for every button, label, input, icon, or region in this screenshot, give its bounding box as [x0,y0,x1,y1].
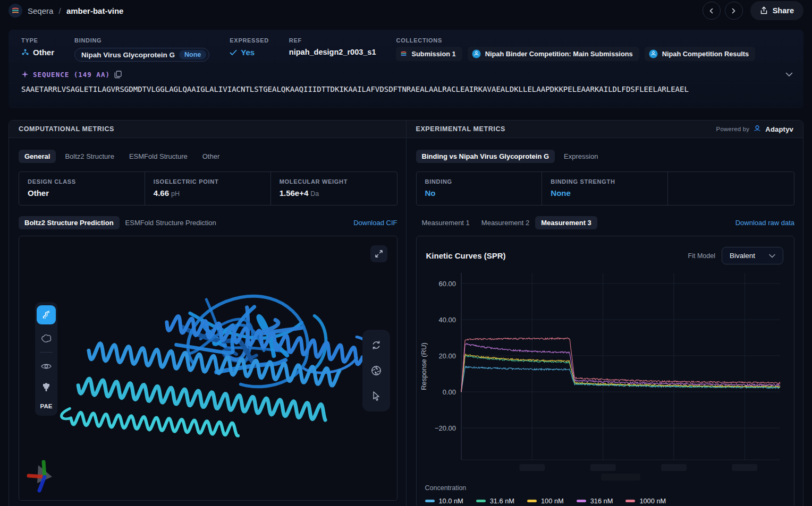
experimental-header: EXPERIMENTAL METRICS Powered by Adaptyv [407,121,803,138]
field-expressed: EXPRESSED Yes [230,37,269,57]
paintbrush-icon [41,382,52,392]
legend-item[interactable]: 316 nM [577,497,613,505]
experimental-tabs: Binding vs Nipah Virus Glycoprotein G Ex… [416,150,795,163]
breadcrumb-brand[interactable]: Seqera [28,6,53,15]
share-button[interactable]: Share [750,1,803,20]
experimental-metrics-box: BINDING No BINDING STRENGTH None [416,171,795,205]
pae-button[interactable]: PAE [40,403,53,409]
tab-esmfold-structure[interactable]: ESMFold Structure [123,150,193,163]
adaptyv-brand[interactable]: Adaptyv [765,125,793,133]
sequence-value[interactable]: SAAETARRLVSAGLETILAGVRSGDMDTVLGGLAGLQAAI… [21,85,794,93]
metric-label: DESIGN CLASS [28,178,136,185]
prev-button[interactable] [703,2,721,20]
powered-by: Powered by Adaptyv [716,125,793,133]
legend-item[interactable]: 31.6 nM [476,497,514,505]
measurement-tabs: Measurement 1 Measurement 2 Measurement … [416,216,795,229]
metric-binding-strength: BINDING STRENGTH None [542,172,668,205]
chart-title: Kinetic Curves (SPR) [426,251,506,260]
legend-label: 1000 nM [639,497,666,505]
fit-model-select[interactable]: Bivalent [722,247,783,264]
topbar: Seqera / amber-bat-vine Share [0,0,812,21]
sequence-collapse-button[interactable] [785,70,793,79]
collections-label: COLLECTIONS [396,37,755,44]
legend-swatch [425,500,435,502]
computational-header: COMPUTATIONAL METRICS [9,121,406,138]
svg-text:0.00: 0.00 [442,388,455,396]
tab-binding-vs-target[interactable]: Binding vs Nipah Virus Glycoprotein G [416,150,555,163]
seqera-logo-glyph [11,6,20,15]
visibility-button[interactable] [39,359,53,373]
metric-value: 4.66 [154,188,169,198]
type-value: Other [33,48,54,57]
color-brush-button[interactable] [39,380,53,394]
viewer-toolbar: PAE [35,302,57,416]
next-button[interactable] [725,2,743,20]
metric-label: ISOELECTRIC POINT [154,178,262,185]
chevron-left-icon [708,7,715,14]
field-ref: REF nipah_design2_r003_s1 [289,37,376,56]
computational-tabs: General Boltz2 Structure ESMFold Structu… [19,150,397,163]
metric-value: None [551,188,659,198]
legend-item[interactable]: 100 nM [527,497,564,505]
screenshot-button[interactable] [369,364,383,378]
copy-sequence-button[interactable] [114,71,122,79]
expressed-label: EXPRESSED [230,37,269,44]
chevron-down-icon [769,254,775,258]
topbar-actions: Share [703,1,803,20]
collection-chip-results[interactable]: Nipah Competition Results [645,47,756,61]
tab-expression[interactable]: Expression [558,150,604,163]
cursor-icon [371,391,381,401]
tab-measurement-1[interactable]: Measurement 1 [416,216,476,229]
tab-esmfold-prediction[interactable]: ESMFold Structure Prediction [120,216,222,229]
collection-chip-main-submissions[interactable]: Nipah Binder Competition: Main Submissio… [468,47,639,61]
svg-text:20.00: 20.00 [438,352,456,360]
select-pointer-button[interactable] [369,389,383,403]
nipah-icon [472,49,481,58]
legend-item[interactable]: 10.0 nM [425,497,463,505]
legend-label: 31.6 nM [490,497,514,505]
legend-label: 100 nM [541,497,564,505]
chevron-down-icon [785,72,793,77]
field-collections: COLLECTIONS Submission 1 [396,37,755,61]
computational-metrics-box: DESIGN CLASS Other ISOELECTRIC POINT 4.6… [19,171,397,205]
tab-measurement-3[interactable]: Measurement 3 [535,216,597,229]
tab-boltz2-prediction[interactable]: Boltz2 Structure Prediction [19,216,120,229]
surface-view-button[interactable] [39,331,53,345]
cartoon-view-button[interactable] [37,305,56,324]
metric-label: BINDING STRENGTH [551,178,659,185]
legend-item[interactable]: 1000 nM [625,497,666,505]
tab-general[interactable]: General [19,150,56,163]
tab-measurement-2[interactable]: Measurement 2 [476,216,535,229]
tab-other[interactable]: Other [197,150,226,163]
fullscreen-button[interactable] [370,245,387,262]
reset-rotation-button[interactable] [369,338,383,352]
sequence-label: SEQUENCE (149 AA) [33,71,110,79]
toolbar-divider [40,352,53,353]
metric-isoelectric-point: ISOELECTRIC POINT 4.66pH [145,172,271,205]
metric-label: BINDING [425,178,534,185]
metric-value: Other [28,188,49,198]
experimental-title: EXPERIMENTAL METRICS [416,125,506,133]
download-raw-data-link[interactable]: Download raw data [735,219,794,227]
download-cif-link[interactable]: Download CIF [353,219,397,227]
collection-chip-label: Nipah Binder Competition: Main Submissio… [485,50,633,58]
type-label: TYPE [21,37,54,44]
svg-text:Response (RU): Response (RU) [420,342,428,390]
collection-chip-submission[interactable]: Submission 1 [396,47,462,61]
metric-molecular-weight: MOLECULAR WEIGHT 1.56e+4Da [271,172,397,205]
seqera-logo-icon[interactable] [9,4,22,18]
chart-legend: Concentration 10.0 nM 31.6 nM 100 nM 316… [417,482,794,505]
structure-prediction-tabs: Boltz2 Structure Prediction ESMFold Stru… [19,216,397,229]
tab-boltz2-structure[interactable]: Boltz2 Structure [59,150,120,163]
legend-swatch [577,500,586,502]
nipah-icon [649,49,658,58]
collection-chip-label: Nipah Competition Results [662,50,749,58]
binding-target-pill[interactable]: Nipah Virus Glycoprotein G None [74,48,209,62]
ref-label: REF [289,37,376,44]
structure-viewer[interactable]: PAE [19,236,397,501]
fit-model-label: Fit Model [688,252,715,260]
experimental-panel: EXPERIMENTAL METRICS Powered by Adaptyv … [407,121,803,506]
spr-chart[interactable]: 60.0040.0020.000.00−20.00Response (RU) [417,270,797,482]
metric-unit: Da [310,190,319,198]
share-icon [760,6,768,15]
